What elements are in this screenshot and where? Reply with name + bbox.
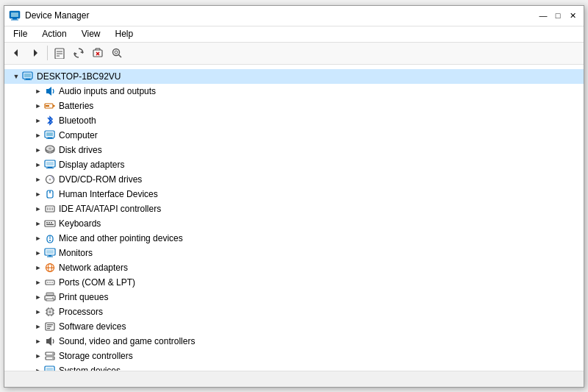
tree-item-processors[interactable]: ► Processors (4, 304, 584, 319)
print-expand[interactable]: ► (32, 291, 44, 303)
computer-label: Computer (59, 130, 98, 140)
title-left: Device Manager (9, 10, 89, 21)
tree-item-sound[interactable]: ► Sound, video and game controllers (4, 334, 584, 349)
ide-expand[interactable]: ► (32, 203, 44, 215)
disk-expand[interactable]: ► (32, 144, 44, 156)
uninstall-button[interactable] (89, 44, 107, 62)
svg-rect-85 (47, 328, 50, 329)
svg-rect-50 (46, 222, 48, 224)
tree-item-keyboards[interactable]: ► Keyboards (4, 216, 584, 231)
status-bar (4, 371, 584, 387)
properties-button[interactable] (51, 44, 68, 62)
tree-item-monitors[interactable]: ► Monitors (4, 246, 584, 260)
scan-button[interactable] (108, 44, 126, 62)
audio-expand[interactable]: ► (32, 85, 44, 97)
system-expand[interactable]: ► (32, 365, 44, 371)
bluetooth-expand[interactable]: ► (32, 115, 44, 126)
svg-rect-83 (47, 324, 53, 325)
tree-item-network[interactable]: ► Network adapters (4, 260, 584, 275)
svg-rect-60 (47, 256, 53, 257)
svg-rect-38 (48, 167, 52, 168)
svg-point-18 (113, 49, 120, 56)
tree-item-bluetooth[interactable]: ► Bluetooth (4, 113, 584, 128)
content-area[interactable]: ▼ DESKTOP-1BC92VU ► (4, 65, 584, 371)
display-expand[interactable]: ► (32, 159, 44, 171)
computer-icon (44, 129, 56, 141)
svg-marker-10 (80, 51, 83, 54)
tree-item-dvd[interactable]: ► DVD/CD-ROM drives (4, 172, 584, 187)
tree-view: ▼ DESKTOP-1BC92VU ► (4, 66, 584, 371)
processors-expand[interactable]: ► (32, 306, 44, 318)
hid-label: Human Interface Devices (59, 189, 158, 199)
dvd-icon (44, 174, 56, 185)
monitors-expand[interactable]: ► (32, 247, 44, 259)
display-label: Display adapters (59, 160, 124, 170)
svg-point-44 (49, 191, 51, 193)
maximize-button[interactable]: □ (551, 9, 564, 22)
disk-label: Disk drives (59, 145, 102, 155)
menu-action[interactable]: Action (36, 27, 72, 40)
dvd-expand[interactable]: ► (32, 174, 44, 185)
batteries-expand[interactable]: ► (32, 100, 44, 112)
tree-item-ide[interactable]: ► IDE ATA/ATAPI controllers (4, 202, 584, 216)
svg-rect-28 (53, 105, 55, 107)
storage-label: Storage controllers (59, 351, 133, 361)
ports-icon (44, 277, 56, 288)
tree-item-storage[interactable]: ► Storage controllers (4, 349, 584, 363)
system-icon (44, 365, 56, 371)
root-expand-arrow[interactable]: ▼ (10, 71, 22, 82)
sound-expand[interactable]: ► (32, 335, 44, 347)
tree-item-print[interactable]: ► Print queues (4, 290, 584, 304)
network-icon (44, 262, 56, 274)
close-button[interactable]: ✕ (566, 9, 579, 22)
ports-expand[interactable]: ► (32, 277, 44, 288)
svg-rect-68 (46, 293, 54, 296)
tree-item-computer[interactable]: ► Computer (4, 128, 584, 143)
sound-icon (44, 335, 56, 347)
svg-rect-48 (51, 207, 53, 210)
window-title: Device Manager (25, 10, 89, 21)
keyboards-expand[interactable]: ► (32, 218, 44, 229)
svg-point-89 (52, 353, 54, 354)
hid-expand[interactable]: ► (32, 188, 44, 200)
refresh-button[interactable] (70, 44, 87, 62)
tree-item-ports[interactable]: ► Ports (COM & LPT) (4, 275, 584, 290)
tree-item-audio[interactable]: ► Audio inputs and outputs (4, 84, 584, 99)
tree-item-display[interactable]: ► Display adapters (4, 157, 584, 172)
tree-item-software[interactable]: ► Software devices (4, 319, 584, 334)
svg-point-67 (51, 282, 53, 283)
batteries-icon (44, 100, 56, 112)
back-button[interactable] (7, 44, 25, 62)
tree-item-batteries[interactable]: ► Batteries (4, 99, 584, 113)
svg-point-35 (49, 147, 51, 149)
svg-rect-52 (51, 222, 52, 224)
menu-view[interactable]: View (76, 27, 107, 40)
svg-point-41 (49, 178, 51, 180)
app-icon (9, 10, 21, 21)
disk-icon (44, 144, 56, 156)
storage-expand[interactable]: ► (32, 350, 44, 362)
tree-item-disk[interactable]: ► Disk drives (4, 143, 584, 157)
svg-marker-86 (46, 337, 51, 346)
print-label: Print queues (59, 292, 108, 302)
processors-icon (44, 306, 56, 318)
tree-root[interactable]: ▼ DESKTOP-1BC92VU (4, 69, 584, 84)
mice-expand[interactable]: ► (32, 232, 44, 244)
forward-button[interactable] (26, 44, 44, 62)
network-expand[interactable]: ► (32, 262, 44, 274)
tree-item-mice[interactable]: ► Mice and other pointing devices (4, 231, 584, 246)
mice-label: Mice and other pointing devices (59, 233, 183, 243)
menu-file[interactable]: File (7, 27, 33, 40)
tree-item-system[interactable]: ► System devices (4, 363, 584, 371)
computer-expand[interactable]: ► (32, 129, 44, 141)
menu-help[interactable]: Help (110, 27, 140, 40)
software-expand[interactable]: ► (32, 321, 44, 332)
minimize-button[interactable]: — (537, 9, 550, 22)
svg-point-90 (52, 357, 54, 359)
svg-rect-32 (46, 138, 54, 139)
software-icon (44, 321, 56, 332)
tree-item-hid[interactable]: ► Human Interface Devices (4, 187, 584, 202)
bluetooth-icon (44, 115, 56, 126)
svg-rect-1 (11, 13, 18, 17)
svg-rect-24 (24, 79, 32, 80)
